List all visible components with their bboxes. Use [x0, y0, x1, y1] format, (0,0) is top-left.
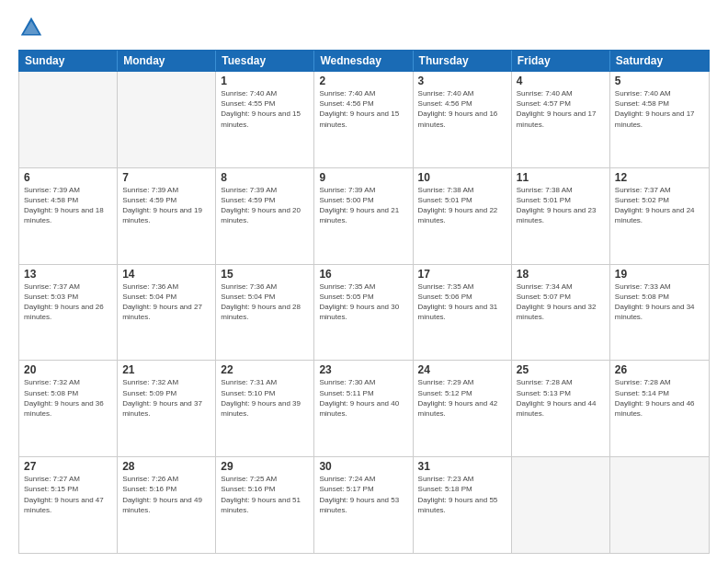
day-number: 12: [615, 171, 704, 184]
day-info: Sunrise: 7:40 AMSunset: 4:56 PMDaylight:…: [418, 88, 506, 130]
day-info: Sunrise: 7:32 AMSunset: 5:08 PMDaylight:…: [24, 377, 112, 419]
calendar-cell: 28Sunrise: 7:26 AMSunset: 5:16 PMDayligh…: [118, 457, 216, 553]
day-number: 5: [615, 75, 704, 87]
day-info: Sunrise: 7:35 AMSunset: 5:06 PMDaylight:…: [418, 282, 506, 323]
day-number: 8: [221, 171, 309, 184]
logo: [18, 15, 48, 40]
day-number: 18: [517, 268, 605, 281]
day-info: Sunrise: 7:23 AMSunset: 5:18 PMDaylight:…: [418, 474, 506, 515]
day-number: 29: [221, 460, 309, 473]
day-info: Sunrise: 7:31 AMSunset: 5:10 PMDaylight:…: [221, 377, 309, 419]
calendar-cell: [512, 457, 610, 553]
calendar-week: 6Sunrise: 7:39 AMSunset: 4:58 PMDaylight…: [19, 168, 709, 265]
calendar-cell: 14Sunrise: 7:36 AMSunset: 5:04 PMDayligh…: [118, 265, 216, 361]
day-info: Sunrise: 7:35 AMSunset: 5:05 PMDaylight:…: [319, 282, 407, 323]
day-number: 4: [517, 75, 605, 87]
calendar-cell: 3Sunrise: 7:40 AMSunset: 4:56 PMDaylight…: [414, 72, 512, 167]
calendar-week: 1Sunrise: 7:40 AMSunset: 4:55 PMDaylight…: [19, 72, 709, 168]
day-info: Sunrise: 7:28 AMSunset: 5:13 PMDaylight:…: [517, 377, 605, 419]
calendar-cell: 6Sunrise: 7:39 AMSunset: 4:58 PMDaylight…: [19, 168, 118, 264]
calendar-body: 1Sunrise: 7:40 AMSunset: 4:55 PMDaylight…: [18, 72, 710, 554]
day-info: Sunrise: 7:39 AMSunset: 4:59 PMDaylight:…: [221, 185, 309, 226]
calendar-cell: 19Sunrise: 7:33 AMSunset: 5:08 PMDayligh…: [610, 265, 709, 361]
day-info: Sunrise: 7:33 AMSunset: 5:08 PMDaylight:…: [615, 282, 704, 323]
calendar-header-cell: Monday: [118, 51, 216, 71]
day-number: 3: [418, 75, 506, 87]
calendar-cell: 12Sunrise: 7:37 AMSunset: 5:02 PMDayligh…: [610, 168, 709, 264]
day-info: Sunrise: 7:37 AMSunset: 5:03 PMDaylight:…: [24, 282, 112, 323]
day-info: Sunrise: 7:40 AMSunset: 4:58 PMDaylight:…: [615, 88, 704, 130]
calendar-header: SundayMondayTuesdayWednesdayThursdayFrid…: [18, 50, 710, 72]
calendar-cell: 15Sunrise: 7:36 AMSunset: 5:04 PMDayligh…: [216, 265, 314, 361]
day-number: 24: [418, 363, 506, 376]
calendar-week: 20Sunrise: 7:32 AMSunset: 5:08 PMDayligh…: [19, 361, 709, 457]
day-number: 13: [24, 268, 112, 281]
calendar-cell: 10Sunrise: 7:38 AMSunset: 5:01 PMDayligh…: [414, 168, 512, 264]
calendar-header-cell: Sunday: [19, 51, 118, 71]
day-number: 25: [517, 363, 605, 376]
day-number: 23: [319, 363, 407, 376]
calendar-cell: [19, 72, 118, 167]
day-number: 27: [24, 460, 112, 473]
calendar-cell: 7Sunrise: 7:39 AMSunset: 4:59 PMDaylight…: [118, 168, 216, 264]
calendar-cell: 30Sunrise: 7:24 AMSunset: 5:17 PMDayligh…: [314, 457, 413, 553]
calendar-cell: 16Sunrise: 7:35 AMSunset: 5:05 PMDayligh…: [314, 265, 413, 361]
day-number: 20: [24, 363, 112, 376]
calendar-cell: 27Sunrise: 7:27 AMSunset: 5:15 PMDayligh…: [19, 457, 118, 553]
day-number: 21: [122, 363, 210, 376]
day-number: 22: [221, 363, 309, 376]
calendar-cell: 9Sunrise: 7:39 AMSunset: 5:00 PMDaylight…: [314, 168, 413, 264]
page: SundayMondayTuesdayWednesdayThursdayFrid…: [0, 0, 728, 563]
calendar-cell: 13Sunrise: 7:37 AMSunset: 5:03 PMDayligh…: [19, 265, 118, 361]
calendar-header-cell: Wednesday: [314, 51, 413, 71]
calendar-header-cell: Friday: [512, 51, 610, 71]
day-number: 9: [319, 171, 407, 184]
calendar-cell: 23Sunrise: 7:30 AMSunset: 5:11 PMDayligh…: [314, 361, 413, 456]
day-number: 6: [24, 171, 112, 184]
day-info: Sunrise: 7:32 AMSunset: 5:09 PMDaylight:…: [122, 377, 210, 419]
day-info: Sunrise: 7:39 AMSunset: 4:59 PMDaylight:…: [122, 185, 210, 226]
calendar-cell: 2Sunrise: 7:40 AMSunset: 4:56 PMDaylight…: [314, 72, 413, 167]
calendar-cell: 31Sunrise: 7:23 AMSunset: 5:18 PMDayligh…: [414, 457, 512, 553]
day-info: Sunrise: 7:34 AMSunset: 5:07 PMDaylight:…: [517, 282, 605, 323]
calendar-cell: [610, 457, 709, 553]
calendar-cell: 22Sunrise: 7:31 AMSunset: 5:10 PMDayligh…: [216, 361, 314, 456]
day-number: 2: [319, 75, 407, 87]
day-info: Sunrise: 7:39 AMSunset: 4:58 PMDaylight:…: [24, 185, 112, 226]
calendar-cell: 24Sunrise: 7:29 AMSunset: 5:12 PMDayligh…: [414, 361, 512, 456]
day-number: 10: [418, 171, 506, 184]
calendar: SundayMondayTuesdayWednesdayThursdayFrid…: [18, 50, 710, 554]
calendar-cell: 17Sunrise: 7:35 AMSunset: 5:06 PMDayligh…: [414, 265, 512, 361]
calendar-cell: 1Sunrise: 7:40 AMSunset: 4:55 PMDaylight…: [216, 72, 314, 167]
calendar-cell: 5Sunrise: 7:40 AMSunset: 4:58 PMDaylight…: [610, 72, 709, 167]
calendar-header-cell: Saturday: [610, 51, 709, 71]
calendar-cell: 20Sunrise: 7:32 AMSunset: 5:08 PMDayligh…: [19, 361, 118, 456]
day-number: 11: [517, 171, 605, 184]
calendar-cell: 26Sunrise: 7:28 AMSunset: 5:14 PMDayligh…: [610, 361, 709, 456]
calendar-cell: 25Sunrise: 7:28 AMSunset: 5:13 PMDayligh…: [512, 361, 610, 456]
calendar-cell: 11Sunrise: 7:38 AMSunset: 5:01 PMDayligh…: [512, 168, 610, 264]
calendar-week: 27Sunrise: 7:27 AMSunset: 5:15 PMDayligh…: [19, 457, 709, 553]
day-info: Sunrise: 7:29 AMSunset: 5:12 PMDaylight:…: [418, 377, 506, 419]
day-number: 19: [615, 268, 704, 281]
calendar-cell: [118, 72, 216, 167]
day-info: Sunrise: 7:25 AMSunset: 5:16 PMDaylight:…: [221, 474, 309, 515]
day-number: 31: [418, 460, 506, 473]
day-number: 14: [122, 268, 210, 281]
day-info: Sunrise: 7:40 AMSunset: 4:56 PMDaylight:…: [319, 88, 407, 130]
day-info: Sunrise: 7:40 AMSunset: 4:55 PMDaylight:…: [221, 88, 309, 130]
day-info: Sunrise: 7:37 AMSunset: 5:02 PMDaylight:…: [615, 185, 704, 226]
day-info: Sunrise: 7:36 AMSunset: 5:04 PMDaylight:…: [221, 282, 309, 323]
day-info: Sunrise: 7:28 AMSunset: 5:14 PMDaylight:…: [615, 377, 704, 419]
calendar-cell: 8Sunrise: 7:39 AMSunset: 4:59 PMDaylight…: [216, 168, 314, 264]
day-number: 30: [319, 460, 407, 473]
calendar-cell: 18Sunrise: 7:34 AMSunset: 5:07 PMDayligh…: [512, 265, 610, 361]
day-info: Sunrise: 7:27 AMSunset: 5:15 PMDaylight:…: [24, 474, 112, 515]
logo-icon: [18, 15, 44, 40]
calendar-cell: 4Sunrise: 7:40 AMSunset: 4:57 PMDaylight…: [512, 72, 610, 167]
calendar-header-cell: Tuesday: [216, 51, 314, 71]
day-info: Sunrise: 7:30 AMSunset: 5:11 PMDaylight:…: [319, 377, 407, 419]
day-info: Sunrise: 7:38 AMSunset: 5:01 PMDaylight:…: [418, 185, 506, 226]
calendar-cell: 21Sunrise: 7:32 AMSunset: 5:09 PMDayligh…: [118, 361, 216, 456]
day-number: 1: [221, 75, 309, 87]
